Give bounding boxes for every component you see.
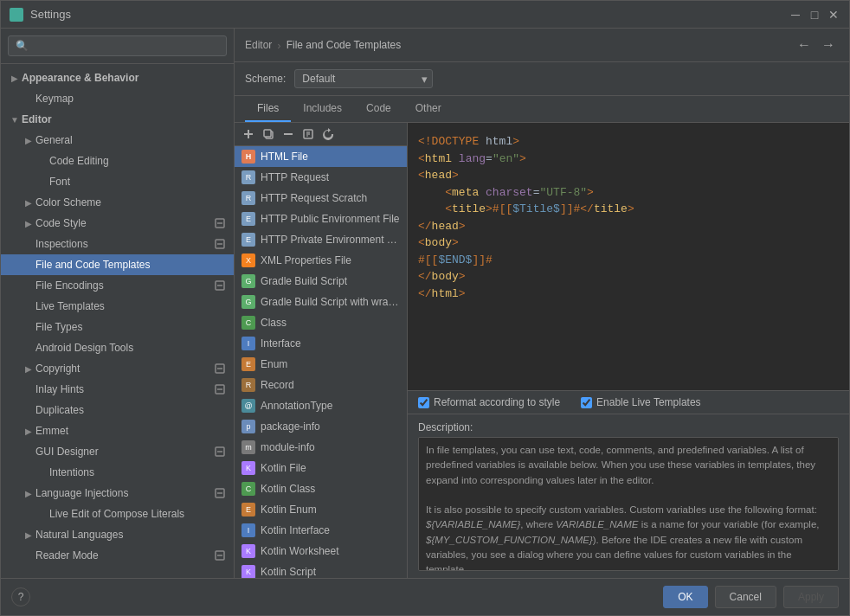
tab-files[interactable]: Files [245,96,291,122]
template-item-interface[interactable]: I Interface [235,333,407,354]
arrow-icon: ▶ [22,219,35,228]
sidebar-item-code-style[interactable]: ▶ Code Style [1,213,234,234]
sidebar-item-label: Duplicates [35,404,227,416]
apply-button[interactable]: Apply [783,586,839,608]
tab-code[interactable]: Code [354,96,403,122]
help-button[interactable]: ? [11,587,30,606]
maximize-button[interactable]: □ [808,8,821,22]
template-item-class[interactable]: C Class [235,312,407,333]
xml-properties-icon: X [241,253,255,267]
template-item-package-info[interactable]: p package-info [235,416,407,437]
arrow-icon: ▶ [22,136,35,145]
sidebar-item-duplicates[interactable]: Duplicates [1,400,234,420]
right-panel: Editor › File and Code Templates ← → Sch… [235,29,849,578]
sidebar-item-font[interactable]: Font [1,171,234,192]
copy-template-button[interactable] [260,126,277,142]
nav-back-button[interactable]: ← [794,35,815,55]
sidebar-item-inlay-hints[interactable]: Inlay Hints [1,379,234,400]
kotlin-enum-icon: E [241,503,255,517]
template-item-xml-properties[interactable]: X XML Properties File [235,250,407,271]
live-templates-checkbox[interactable] [581,397,592,408]
nav-forward-button[interactable]: → [818,35,839,55]
reformat-label: Reformat according to style [434,396,560,408]
description-label: Description: [418,421,839,433]
template-item-kotlin-interface[interactable]: I Kotlin Interface [235,520,407,541]
sidebar-item-keymap[interactable]: Keymap [1,88,234,109]
sidebar-item-lang-injections[interactable]: ▶ Language Injections [1,483,234,504]
reformat-checkbox-item[interactable]: Reformat according to style [418,396,560,408]
sidebar-item-editor[interactable]: ▼ Editor [1,109,234,130]
description-area: Description: In file templates, you can … [408,414,849,578]
template-item-http-request[interactable]: R HTTP Request [235,167,407,188]
minimize-button[interactable]: ─ [789,8,802,22]
sidebar-item-appearance[interactable]: ▶ Appearance & Behavior [1,67,234,88]
template-item-module-info[interactable]: m module-info [235,437,407,458]
delete-template-button[interactable] [280,126,297,142]
sidebar-item-label: Inlay Hints [35,383,213,395]
sidebar-item-inspections[interactable]: Inspections [1,234,234,254]
sidebar-item-copyright[interactable]: ▶ Copyright [1,358,234,379]
tabs-bar: Files Includes Code Other [235,96,849,123]
template-item-annotation-type[interactable]: @ AnnotationType [235,395,407,416]
reformat-checkbox[interactable] [418,397,429,408]
template-item-record[interactable]: R Record [235,375,407,395]
sidebar-item-label: Emmet [35,425,227,437]
sidebar-item-file-types[interactable]: File Types [1,317,234,337]
scheme-select[interactable]: Default [294,69,433,88]
breadcrumb-bar: Editor › File and Code Templates ← → [235,29,849,62]
template-item-label: Kotlin Worksheet [261,545,339,557]
sidebar-item-code-editing[interactable]: Code Editing [1,151,234,171]
sidebar-item-label: Live Templates [35,300,227,312]
sidebar-item-label: Keymap [35,93,227,105]
code-line: <html lang="en"> [418,151,839,168]
ok-button[interactable]: OK [663,586,707,608]
sidebar-item-label: Android Design Tools [35,342,227,354]
sidebar-item-file-encodings[interactable]: File Encodings [1,275,234,296]
close-button[interactable]: ✕ [827,8,840,22]
template-item-gradle-build[interactable]: G Gradle Build Script [235,271,407,292]
sidebar-item-live-templates[interactable]: Live Templates [1,296,234,317]
code-line: </head> [418,218,839,235]
arrow-icon: ▶ [22,427,35,436]
template-item-gradle-build-wrap[interactable]: G Gradle Build Script with wrap... [235,292,407,312]
sidebar-item-live-edit[interactable]: Live Edit of Compose Literals [1,504,234,524]
titlebar: Settings ─ □ ✕ [1,1,849,29]
search-input[interactable] [8,35,227,56]
kotlin-interface-icon: I [241,523,255,537]
template-item-kotlin-script[interactable]: K Kotlin Script [235,561,407,578]
template-item-kotlin-class[interactable]: C Kotlin Class [235,478,407,499]
code-editor[interactable]: <!DOCTYPE html> <html lang="en"> <head> … [408,123,849,390]
template-item-label: Gradle Build Script [261,275,347,287]
sidebar-item-reader-mode[interactable]: Reader Mode [1,545,234,566]
live-templates-checkbox-item[interactable]: Enable Live Templates [581,396,701,408]
sidebar-item-emmet[interactable]: ▶ Emmet [1,420,234,441]
sidebar-item-label: Reader Mode [35,549,213,561]
template-item-http-private-env[interactable]: E HTTP Private Environment File [235,229,407,250]
template-item-html-file[interactable]: H HTML File [235,146,407,167]
template-item-http-public-env[interactable]: E HTTP Public Environment File [235,209,407,229]
scheme-label: Scheme: [245,73,286,85]
cancel-button[interactable]: Cancel [715,586,776,608]
reset-template-button[interactable] [319,126,337,142]
sidebar-item-gui-designer[interactable]: GUI Designer [1,441,234,462]
arrow-icon: ▶ [22,489,35,498]
tab-includes[interactable]: Includes [291,96,354,122]
code-line: <!DOCTYPE html> [418,133,839,151]
template-item-enum[interactable]: E Enum [235,354,407,375]
template-item-http-request-scratch[interactable]: R HTTP Request Scratch [235,188,407,209]
sidebar-item-general[interactable]: ▶ General [1,130,234,151]
template-item-kotlin-enum[interactable]: E Kotlin Enum [235,499,407,520]
template-item-kotlin-file[interactable]: K Kotlin File [235,458,407,478]
sidebar-item-color-scheme[interactable]: ▶ Color Scheme [1,192,234,213]
sidebar-item-natural-languages[interactable]: ▶ Natural Languages [1,524,234,545]
template-item-kotlin-worksheet[interactable]: K Kotlin Worksheet [235,541,407,561]
rename-template-button[interactable] [299,126,317,142]
sidebar-item-file-code-templates[interactable]: File and Code Templates [1,254,234,275]
sidebar-item-label: File Types [35,321,227,333]
sidebar-item-intentions[interactable]: Intentions [1,462,234,483]
breadcrumb-parent: Editor [245,39,272,51]
arrow-icon: ▼ [8,115,22,125]
tab-other[interactable]: Other [403,96,454,122]
sidebar-item-android-design[interactable]: Android Design Tools [1,337,234,358]
add-template-button[interactable] [240,126,257,142]
